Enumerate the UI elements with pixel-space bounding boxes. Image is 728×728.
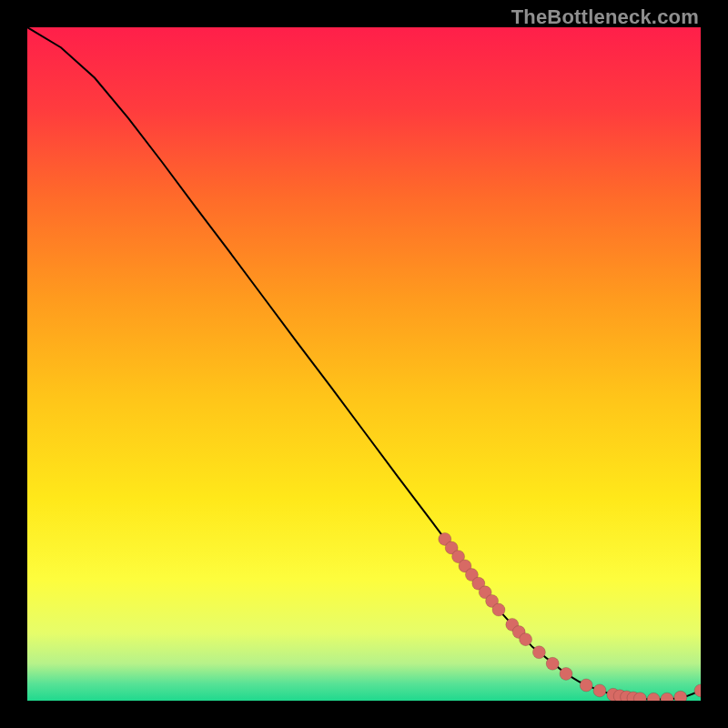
chart-plot xyxy=(27,27,701,701)
data-point xyxy=(674,691,687,701)
data-point xyxy=(593,684,606,697)
data-point xyxy=(580,679,592,692)
data-point xyxy=(532,646,545,659)
data-point xyxy=(560,667,572,680)
chart-frame xyxy=(27,27,701,701)
data-point xyxy=(546,657,559,670)
data-point xyxy=(492,603,505,616)
data-point xyxy=(520,633,532,646)
watermark-text: TheBottleneck.com xyxy=(511,5,699,29)
gradient-background xyxy=(27,27,701,701)
